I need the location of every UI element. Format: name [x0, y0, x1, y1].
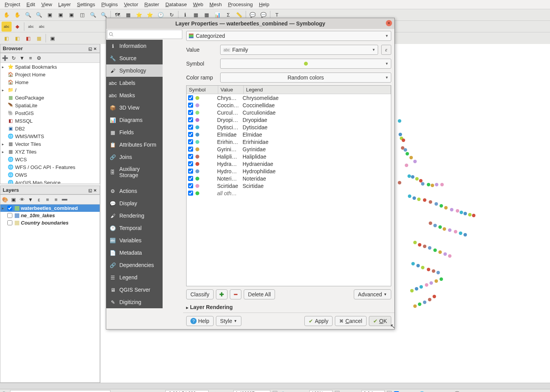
browser-item[interactable]: 🐘PostGIS: [0, 109, 100, 117]
mag-value[interactable]: 100%: [309, 390, 333, 392]
locator-input[interactable]: [10, 390, 110, 392]
browser-item[interactable]: ▸▦XYZ Tiles: [0, 148, 100, 155]
sidebar-item-3d-view[interactable]: 📦3D View: [106, 101, 163, 114]
menu-help[interactable]: Help: [256, 1, 272, 8]
menu-view[interactable]: View: [38, 1, 55, 8]
categories-table[interactable]: Symbol Value Legend Chrys…ChrysomelidaeC…: [186, 85, 391, 286]
browser-item[interactable]: ▸▦Vector Tiles: [0, 140, 100, 148]
coord-value[interactable]: -8.094,54.330: [165, 390, 209, 392]
browser-item[interactable]: ▸⭐Spatial Bookmarks: [0, 63, 100, 71]
classify-button[interactable]: Classify: [186, 289, 214, 299]
category-row[interactable]: Hydra…Hydraenidae: [187, 160, 391, 167]
map-scrollbar[interactable]: [0, 383, 550, 389]
dialog-search-input[interactable]: [107, 30, 182, 39]
category-row[interactable]: Hydro…Hydrophilidae: [187, 167, 391, 175]
browser-item[interactable]: ▣DB2: [0, 125, 100, 132]
col-symbol[interactable]: Symbol: [187, 86, 218, 94]
scale-value[interactable]: 1:489337: [233, 390, 270, 392]
layer-rendering-section[interactable]: Layer Rendering: [183, 302, 394, 313]
category-checkbox[interactable]: [188, 125, 193, 130]
pan-select-icon[interactable]: ✋: [12, 10, 22, 20]
category-checkbox[interactable]: [188, 110, 193, 115]
menu-mesh[interactable]: Mesh: [206, 1, 225, 8]
zoom-in-icon[interactable]: 🔍: [23, 10, 33, 20]
sidebar-item-digitizing[interactable]: ✎Digitizing: [106, 296, 163, 308]
menu-settings[interactable]: Settings: [74, 1, 98, 8]
sidebar-item-variables[interactable]: 🔤Variables: [106, 234, 163, 247]
sidebar-item-legend[interactable]: ☰Legend: [106, 271, 163, 284]
category-checkbox[interactable]: [188, 147, 193, 152]
layers-remove-icon[interactable]: ➖: [61, 196, 68, 203]
cancel-button[interactable]: ✖Cancel: [335, 316, 367, 326]
sidebar-item-display[interactable]: 💬Display: [106, 197, 163, 210]
category-checkbox[interactable]: [188, 176, 193, 181]
menu-database[interactable]: Database: [162, 1, 190, 8]
category-row[interactable]: Noteri…Noteridae: [187, 175, 391, 182]
sidebar-item-attributes-form[interactable]: 📋Attributes Form: [106, 139, 163, 151]
zoom-out-icon[interactable]: 🔍: [34, 10, 44, 20]
deselect-icon[interactable]: ◧: [23, 33, 33, 43]
renderer-combo[interactable]: Categorized ▼: [186, 31, 391, 41]
select-poly-icon[interactable]: ◧: [12, 33, 22, 43]
browser-filter-icon[interactable]: ▼: [18, 54, 26, 62]
layers-visibility-icon[interactable]: 👁: [18, 196, 26, 203]
category-row[interactable]: Dytisci…Dytiscidae: [187, 123, 391, 131]
category-row[interactable]: Halipli…Haliplidae: [187, 153, 391, 160]
menu-project[interactable]: Project: [2, 1, 23, 8]
lock-icon[interactable]: 🔒: [280, 391, 286, 392]
value-combo[interactable]: abc Family ▼: [220, 45, 378, 55]
rot-value[interactable]: 0.0 °: [362, 390, 385, 392]
sidebar-item-masks[interactable]: abcMasks: [106, 89, 163, 101]
remove-category-button[interactable]: ━: [230, 289, 241, 299]
layer-checkbox[interactable]: [7, 206, 12, 211]
crs-icon[interactable]: 🌐: [419, 391, 425, 392]
dialog-close-icon[interactable]: ✕: [386, 20, 392, 26]
browser-refresh-icon[interactable]: ↻: [10, 54, 17, 62]
messages-icon[interactable]: 💬: [454, 391, 460, 392]
browser-close-icon[interactable]: ✕: [93, 47, 97, 51]
zoom-last-icon[interactable]: 🔍: [88, 10, 98, 20]
zoom-native-icon[interactable]: ◫: [77, 10, 87, 20]
browser-item[interactable]: ◧MSSQL: [0, 117, 100, 125]
sidebar-item-source[interactable]: 🔧Source: [106, 52, 163, 64]
browser-item[interactable]: 🌐WFS / OGC API - Features: [0, 163, 100, 171]
browser-item[interactable]: 🪶SpatiaLite: [0, 101, 100, 109]
rot-up[interactable]: ▲: [387, 391, 392, 392]
browser-collapse-icon[interactable]: ≡: [27, 54, 34, 62]
select-location-icon[interactable]: ▣: [48, 33, 58, 43]
pan-icon[interactable]: ✋: [2, 10, 12, 20]
zoom-selection-icon[interactable]: ▣: [56, 10, 66, 20]
mag-up[interactable]: ▲: [335, 391, 340, 392]
label-tool2-icon[interactable]: abc: [37, 22, 47, 32]
browser-item[interactable]: 🌐WMS/WMTS: [0, 132, 100, 140]
category-row[interactable]: Curcul…Curculionidae: [187, 109, 391, 116]
category-checkbox[interactable]: [188, 169, 193, 174]
apply-button[interactable]: ✔Apply: [304, 316, 333, 326]
layer-checkbox[interactable]: [7, 213, 12, 218]
category-checkbox[interactable]: [188, 139, 193, 144]
extents-icon[interactable]: 🐭: [211, 391, 217, 392]
layers-close-icon[interactable]: ✕: [93, 188, 97, 193]
label-abc-icon[interactable]: abc: [2, 22, 12, 32]
category-checkbox[interactable]: [188, 154, 193, 159]
layer-item[interactable]: ne_10m_lakes: [0, 212, 100, 219]
sidebar-item-symbology[interactable]: 🖌Symbology: [106, 64, 163, 77]
add-category-button[interactable]: ✚: [216, 289, 227, 299]
sidebar-item-joins[interactable]: 🔗Joins: [106, 151, 163, 163]
sidebar-item-rendering[interactable]: 🖌Rendering: [106, 210, 163, 222]
style-button[interactable]: Style▼: [216, 316, 241, 326]
layers-undock-icon[interactable]: ◱: [88, 188, 93, 193]
layers-add-group-icon[interactable]: ▣: [10, 196, 17, 203]
col-value[interactable]: Value: [218, 86, 244, 94]
layers-expr-icon[interactable]: ε: [35, 196, 43, 203]
zoom-full-icon[interactable]: ▣: [45, 10, 55, 20]
layer-item[interactable]: ▸waterbeetles_combined: [0, 204, 100, 212]
help-button[interactable]: ?Help: [186, 316, 214, 326]
browser-item[interactable]: 🌐ArcGIS Map Service: [0, 179, 100, 184]
sidebar-item-temporal[interactable]: 🕐Temporal: [106, 222, 163, 234]
menu-plugins[interactable]: Plugins: [98, 1, 121, 8]
browser-item[interactable]: 🌐WCS: [0, 155, 100, 163]
scale-up[interactable]: ▲: [273, 391, 277, 392]
delete-all-button[interactable]: Delete All: [244, 289, 275, 299]
menu-raster[interactable]: Raster: [141, 1, 162, 8]
